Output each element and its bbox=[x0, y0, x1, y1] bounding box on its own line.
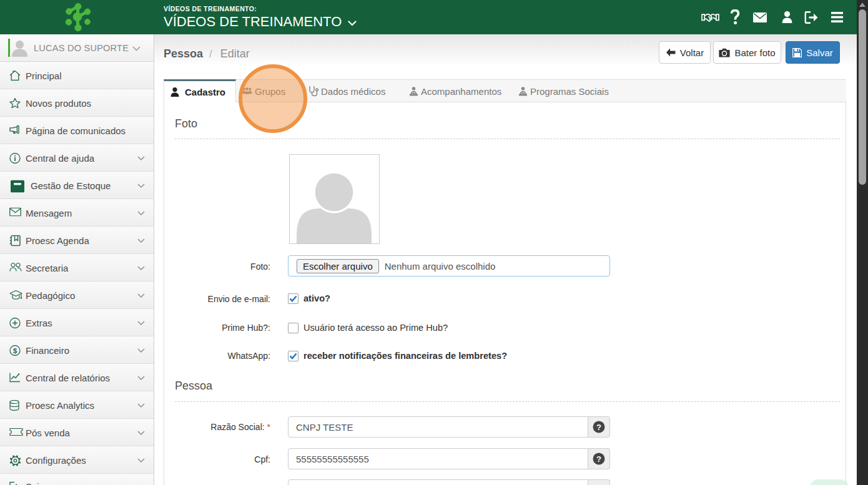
svg-text:$: $ bbox=[13, 346, 17, 354]
svg-text:?: ? bbox=[596, 423, 601, 432]
svg-text:?: ? bbox=[596, 454, 601, 464]
